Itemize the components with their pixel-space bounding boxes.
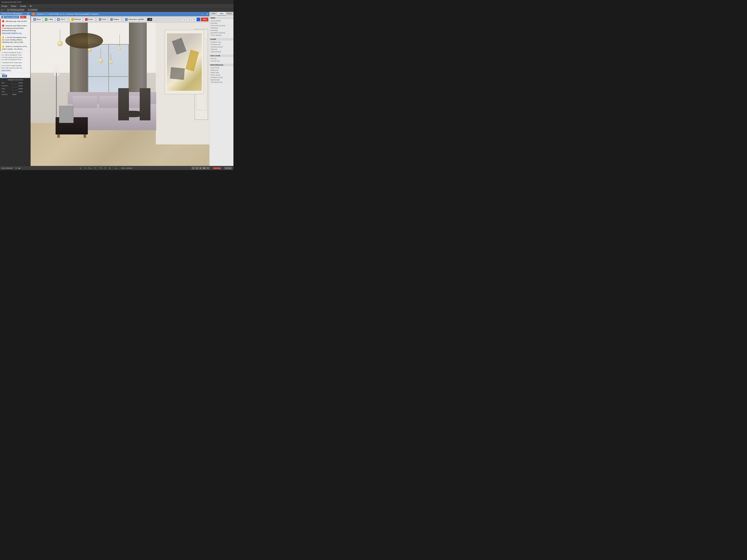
lightmix-dropdown[interactable] — [147, 18, 152, 21]
ram-info: 7,5 GiB of virtualized* RAM u... 11,7 Gi… — [0, 51, 30, 72]
scene-section: SCENE Primitives uniq.: Primitives inst.… — [209, 37, 233, 54]
clipboard-icon: 📋 — [2, 16, 4, 18]
uhd-section-title: UHD CACHE — [209, 54, 233, 57]
stat-prim-uniq: Primitives uniq.: — [210, 41, 233, 43]
y-label: Y: — [95, 167, 96, 169]
stat-estimated: Estimated remaining: — [210, 32, 233, 34]
artwork — [165, 30, 204, 94]
asset-tracking-link[interactable]: Open Asset Tracking » Le... — [2, 32, 22, 34]
override-row-2: override: None — [1, 85, 29, 87]
to-max-button[interactable]: ▶ > Max — [43, 18, 55, 22]
skylight-color-swatch[interactable] — [1, 79, 7, 81]
playback-end-button[interactable]: ⏭ — [206, 167, 210, 170]
artwork-shape-1 — [172, 38, 186, 55]
stat-scene-parsing: Scene parsing: — [210, 20, 233, 22]
vfb-view-controls: 🔍 🔍 ✕ Stop — [182, 18, 208, 21]
stat-passes: Passes total: — [210, 67, 233, 69]
learn-more-link[interactable]: Learn more » — [1, 69, 11, 71]
pendant-1 — [57, 30, 62, 46]
region-button[interactable]: ⬚ Region — [108, 18, 121, 22]
error-panel-title-text: Corona Error Message(s) — [1, 12, 22, 15]
frame-indicator: 0 / 1 ▶ — [16, 167, 20, 169]
status-text: None Selected — [1, 167, 12, 169]
z-value: 0,0mm — [111, 167, 119, 169]
rride1-swatch[interactable] — [12, 87, 18, 90]
x-value: 342,493mm — [82, 167, 94, 169]
stop-button[interactable]: Stop — [201, 18, 208, 21]
save-button[interactable]: 💾 Save — [32, 18, 43, 22]
render-canvas[interactable]: ▲ — [31, 23, 209, 166]
menu-views[interactable]: Views — [10, 5, 17, 7]
lightmix-button[interactable]: ✦ Interactive LightMix — [123, 18, 146, 22]
dining-chair-2 — [140, 88, 150, 121]
preset-dropdown[interactable]: et selected — [27, 8, 38, 11]
rride2-label: rride: — [1, 91, 12, 92]
rride2-swatch[interactable] — [12, 90, 18, 93]
y-value: 27656,685 — [97, 167, 108, 169]
error-panel: Corona Error Message(s) [C 📋 Copy to cli… — [0, 12, 30, 78]
status-bar: None Selected 0 / 1 ▶ X: 342,493mm Y: 27… — [0, 166, 233, 170]
version-label: a 1.7 — [1, 9, 5, 11]
playback-next-button[interactable]: ▶▶ — [203, 167, 206, 170]
override-row-4: rride: None — [1, 90, 29, 93]
dining-chair-1 — [118, 88, 129, 121]
tab-stats[interactable]: Stats — [217, 12, 226, 16]
right-tabs: Post Stats History — [209, 12, 233, 16]
override1-swatch[interactable] — [12, 85, 18, 87]
warning-icon-1: ⚠️ — [2, 36, 4, 38]
render-scene: ▲ — [31, 23, 209, 166]
cursor-indicator: ▲ — [129, 91, 131, 94]
artwork-shape-2 — [185, 50, 199, 72]
auto-key-button[interactable]: Auto Key — [213, 167, 222, 169]
artwork-canvas — [167, 33, 202, 91]
stat-geo-groups: Geometry groups: — [210, 46, 233, 48]
copy-to-clipboard-button[interactable]: 📋 Copy to clipboard — [1, 16, 19, 18]
playback-play-button[interactable]: ▶ — [199, 167, 202, 170]
vfb-close-button[interactable]: ✕ — [206, 13, 208, 16]
error-icon-1: 🔴 — [2, 20, 4, 22]
set-key-button[interactable]: Set Key — [224, 167, 232, 169]
warning-icon-2: ⚠️ — [2, 45, 4, 47]
stat-success-rate: Success rate: — [210, 60, 233, 62]
tab-post[interactable]: Post — [209, 12, 217, 16]
uhd-section: UHD CACHE Records: Success rate: — [209, 54, 233, 63]
stat-rays-sample: Rays/sample: — [210, 79, 233, 81]
pendant-4 — [109, 54, 113, 64]
error-icon-2: 🔴 — [2, 24, 4, 27]
vfb-title: Corona 1.7 | 1164×873px (1:1) | Camera: … — [36, 13, 99, 15]
menu-more[interactable]: M... — [29, 5, 34, 7]
error-item-1: 🔴 Offending map: Map #21383... — [0, 19, 30, 24]
skylight-label: Skylight environment — [8, 79, 23, 81]
ides-swatch[interactable] — [12, 82, 18, 84]
vfb-minimize-button[interactable]: — — [201, 13, 203, 15]
zoom-in-button[interactable]: ✕ — [192, 18, 196, 21]
sofa-cushion-1 — [73, 96, 97, 108]
zoom-fit-button[interactable]: 🔍 — [182, 18, 186, 21]
stat-noise: Noise level: — [210, 69, 233, 72]
zoom-out-button[interactable]: 🔍 — [187, 18, 191, 21]
material-value: None — [12, 94, 17, 96]
stat-samples: Samples/s actual: — [210, 76, 233, 79]
z-label: Z: — [109, 167, 111, 169]
stat-rays-total: Rays/s total: — [210, 72, 233, 74]
full-button[interactable]: Full — [2, 75, 7, 77]
render-mode-dropdown[interactable]: Ion Rendering Mode — [6, 8, 25, 11]
clear-errors-button[interactable]: Cle... — [20, 16, 26, 18]
ides-label: ides — [1, 82, 12, 84]
pendant-globe-1 — [57, 41, 62, 46]
erase-button[interactable]: ✕ Erase — [83, 18, 95, 22]
coord-display-group: X: 342,493mm Y: 27656,685 Z: 0,0mm Grid … — [80, 167, 132, 169]
radiator — [59, 106, 73, 123]
refresh-button[interactable]: ↻ Refresh — [70, 18, 83, 22]
playback-prev-button[interactable]: ◀ — [195, 167, 199, 170]
menu-create[interactable]: Create — [19, 5, 27, 7]
menu-group[interactable]: Group — [1, 5, 8, 7]
pendant-wire-4 — [111, 54, 111, 60]
playback-start-button[interactable]: ⏮ — [191, 167, 195, 170]
copy-button[interactable]: 📋 Ctrl+C — [55, 18, 67, 22]
tools-button[interactable]: ⚙ Tools — [97, 18, 108, 22]
rride2-value: None — [19, 91, 23, 92]
override1-value: None — [19, 85, 23, 87]
material-label: material: — [1, 94, 12, 96]
tab-history[interactable]: History — [226, 12, 233, 16]
